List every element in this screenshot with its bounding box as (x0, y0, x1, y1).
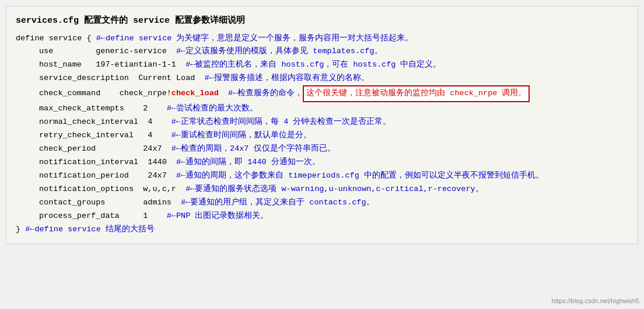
retry-check-value: retry_check_interval 4 (39, 129, 172, 143)
desc-comment: #←报警服务描述，根据内容取有意义的名称。 (205, 72, 369, 85)
contact-groups-line: contact_groups admins #←要通知的用户组，其定义来自于 c… (16, 196, 628, 210)
retry-check-comment: #←重试检查时间间隔，默认单位是分。 (172, 129, 312, 143)
normal-check-value: normal_check_interval 4 (39, 116, 172, 129)
notif-period-comment: #←通知的周期，这个参数来自 timeperiods.cfg 中的配置，例如可以… (176, 169, 544, 183)
use-value: use generic-service (39, 45, 176, 58)
check-period-value: check_period 24x7 (39, 143, 172, 156)
define-start-line: define service { #←define service 为关键字，意… (16, 32, 628, 46)
max-check-comment: #←尝试检查的最大次数。 (167, 102, 258, 116)
define-comment: #←define service 为关键字，意思是定义一个服务，服务内容用一对大… (96, 32, 414, 46)
notif-options-comment: #←要通知的服务状态选项 w-warning,u-unknown,c-criti… (186, 183, 483, 196)
code-block: define service { #←define service 为关键字，意… (16, 32, 628, 237)
normal-check-comment: #←正常状态检查时间间隔，每 4 分钟去检查一次是否正常。 (172, 116, 391, 129)
process-perf-comment: #←PNP 出图记录数据相关。 (167, 210, 269, 223)
retry-check-line: retry_check_interval 4 #←重试检查时间间隔，默认单位是分… (16, 129, 628, 143)
check-command-comment: #←检查服务的命令， (228, 87, 303, 100)
check-command-space (219, 87, 228, 100)
define-keyword: define service { (16, 32, 96, 46)
contact-groups-comment: #←要通知的用户组，其定义来自于 contacts.cfg。 (181, 196, 374, 210)
hostname-value: host_name 197-etiantian-1-1 (39, 58, 186, 72)
notif-interval-comment: #←通知的间隔，即 1440 分通知一次。 (176, 156, 320, 169)
process-perf-line: process_perf_data 1 #←PNP 出图记录数据相关。 (16, 210, 628, 223)
main-container: services.cfg 配置文件的 service 配置参数详细说明 defi… (6, 6, 638, 244)
check-command-prefix: check_command check_nrpe! (39, 87, 172, 100)
max-check-line: max_check_attempts 2 #←尝试检查的最大次数。 (16, 102, 628, 116)
notif-interval-value: notification_interval 1440 (39, 156, 176, 169)
normal-check-line: normal_check_interval 4 #←正常状态检查时间间隔，每 4… (16, 116, 628, 129)
check-period-line: check_period 24x7 #←检查的周期，24x7 仅仅是个字符串而已… (16, 143, 628, 156)
check-load-text: check_load (172, 87, 219, 100)
notif-period-line: notification_period 24x7 #←通知的周期，这个参数来自 … (16, 169, 628, 183)
notif-options-line: notification_options w,u,c,r #←要通知的服务状态选… (16, 183, 628, 196)
process-perf-value: process_perf_data 1 (39, 210, 167, 223)
define-end-line: } #←define service 结尾的大括号 (16, 223, 628, 237)
close-comment: #←define service 结尾的大括号 (25, 223, 155, 237)
check-period-comment: #←检查的周期，24x7 仅仅是个字符串而已。 (172, 143, 335, 156)
notif-interval-line: notification_interval 1440 #←通知的间隔，即 144… (16, 156, 628, 169)
hostname-line: host_name 197-etiantian-1-1 #←被监控的主机名，来自… (16, 58, 628, 72)
check-command-line: check_command check_nrpe!check_load #←检查… (16, 85, 628, 102)
check-command-boxed: 这个很关键，注意被动服务的监控均由 check_nrpe 调用。 (303, 85, 530, 102)
page-title: services.cfg 配置文件的 service 配置参数详细说明 (16, 13, 628, 29)
contact-groups-value: contact_groups admins (39, 196, 181, 210)
watermark: https://blog.csdn.net/highwish5 (552, 297, 639, 304)
notif-period-value: notification_period 24x7 (39, 169, 176, 183)
close-brace: } (16, 223, 25, 237)
use-comment: #←定义该服务使用的模版，具体参见 templates.cfg。 (176, 45, 383, 58)
desc-line: service_description Current Load #←报警服务描… (16, 72, 628, 85)
notif-options-value: notification_options w,u,c,r (39, 183, 186, 196)
hostname-comment: #←被监控的主机名，来自 hosts.cfg，可在 hosts.cfg 中自定义… (186, 58, 441, 72)
desc-value: service_description Current Load (39, 72, 205, 85)
max-check-value: max_check_attempts 2 (39, 102, 167, 116)
use-line: use generic-service #←定义该服务使用的模版，具体参见 te… (16, 45, 628, 58)
